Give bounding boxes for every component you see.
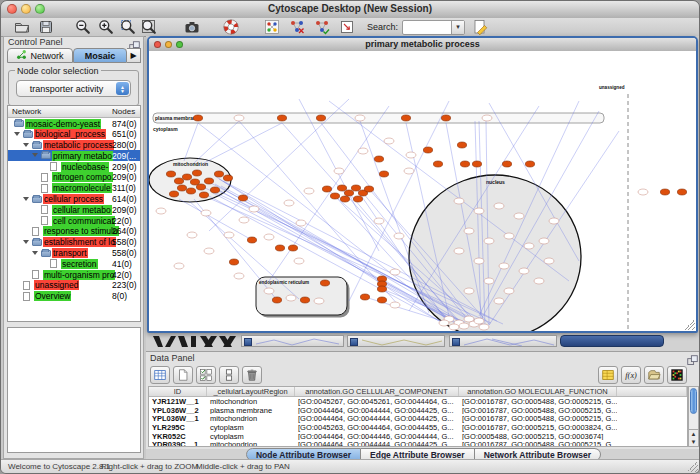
save-session-icon[interactable] bbox=[37, 19, 54, 36]
zoom-out-icon[interactable] bbox=[74, 19, 91, 36]
window-titlebar[interactable]: Cytoscape Desktop (New Session) bbox=[1, 1, 699, 19]
tree-row-response-to-stimulu[interactable]: response to stimulu264(0) bbox=[8, 226, 140, 237]
table-row[interactable]: YPL036W__2plasma membrane[GO:0044464, GO… bbox=[149, 406, 687, 415]
snapshot-camera-icon[interactable] bbox=[183, 19, 200, 36]
tab-network[interactable]: Network bbox=[7, 48, 73, 63]
tree-row-nucleobase-[interactable]: nucleobase-209(0) bbox=[8, 161, 140, 172]
zoom-in-icon[interactable] bbox=[97, 19, 114, 36]
main-toolbar: Search: ▾ bbox=[1, 18, 699, 37]
select-attributes-icon[interactable] bbox=[150, 366, 170, 384]
tree-row-biological-process[interactable]: biological_process651(0) bbox=[8, 129, 140, 140]
vizmapper-icon[interactable] bbox=[263, 19, 280, 36]
expand-arrow-icon[interactable] bbox=[23, 240, 29, 244]
tree-row-primary-metabo[interactable]: primary metabo209(... bbox=[8, 150, 140, 161]
expand-arrow-icon[interactable] bbox=[32, 153, 38, 157]
float-panel-icon[interactable] bbox=[687, 352, 698, 370]
minimized-view-fragment[interactable] bbox=[449, 335, 557, 347]
tree-row-nitrogen-compo[interactable]: nitrogen compo209(0) bbox=[8, 172, 140, 183]
network-nodes-unselected bbox=[156, 115, 648, 330]
open-attribute-file-icon[interactable] bbox=[644, 366, 664, 384]
tree-row-node-count: 209(0) bbox=[112, 172, 137, 182]
tab-overflow-arrow-icon[interactable]: ▶ bbox=[127, 48, 141, 63]
mini-window-icon bbox=[350, 338, 358, 346]
network-graph[interactable]: plasma membranecytoplasmmitochondrionnuc… bbox=[149, 51, 696, 331]
column-header[interactable]: annotation.GO CELLULAR_COMPONENT bbox=[295, 387, 459, 396]
table-row[interactable]: YPL036W__1mitochondrion[GO:0044464, GO:0… bbox=[149, 414, 687, 423]
background-window-edge[interactable] bbox=[560, 335, 664, 347]
table-row[interactable]: YDR039C__1mitochondrion[GO:0044464, GO:0… bbox=[149, 440, 687, 447]
cytoplasm-label: cytoplasm bbox=[153, 126, 178, 132]
search-input[interactable] bbox=[403, 22, 451, 33]
expand-arrow-icon[interactable] bbox=[23, 197, 29, 201]
zoom-selected-region-icon[interactable] bbox=[119, 19, 136, 36]
heatmap-view-icon[interactable] bbox=[667, 366, 687, 384]
tree-row-metabolic-process[interactable]: metabolic process280(0) bbox=[8, 140, 140, 151]
search-dropdown-arrow-icon[interactable]: ▾ bbox=[451, 21, 464, 34]
table-cell: YLR295C bbox=[149, 423, 207, 432]
view-window-titlebar[interactable]: primary metabolic process bbox=[149, 38, 696, 52]
create-attribute-icon[interactable] bbox=[173, 366, 193, 384]
network-canvas[interactable]: plasma membranecytoplasmmitochondrionnuc… bbox=[149, 51, 696, 331]
unhide-nodes-icon[interactable] bbox=[313, 19, 330, 36]
mini-window-icon bbox=[244, 338, 252, 346]
tree-row-cellular-metabo[interactable]: cellular metabo209(0) bbox=[8, 204, 140, 215]
column-header[interactable]: annotation.GO MOLECULAR_FUNCTION bbox=[459, 387, 617, 396]
data-panel-toolbar-right: f(x) bbox=[598, 364, 687, 385]
page-icon bbox=[41, 205, 48, 214]
background-windows-strip bbox=[146, 334, 700, 349]
attribute-table-body: YJR121W__1mitochondrion[GO:0045267, GO:0… bbox=[149, 397, 687, 447]
table-row[interactable]: YJR121W__1mitochondrion[GO:0045267, GO:0… bbox=[149, 397, 687, 406]
expand-arrow-icon[interactable] bbox=[23, 143, 29, 147]
tree-row-multi-organism-pro[interactable]: multi-organism pro42(0) bbox=[8, 269, 140, 280]
tree-row-macromolecule[interactable]: macromolecule311(0) bbox=[8, 183, 140, 194]
attribute-pair-icon[interactable] bbox=[219, 366, 239, 384]
table-cell: YJR121W__1 bbox=[149, 397, 207, 406]
scrollbar-thumb[interactable] bbox=[690, 388, 697, 414]
column-header[interactable]: ID bbox=[149, 387, 207, 396]
minimized-view-fragment[interactable] bbox=[347, 335, 445, 347]
formula-builder-icon[interactable]: f(x) bbox=[621, 366, 641, 384]
tree-row-secretion[interactable]: secretion41(0) bbox=[8, 258, 140, 269]
table-row[interactable]: YLR295Ccytoplasm[GO:0045263, GO:0044464,… bbox=[149, 423, 687, 432]
dropdown-stepper-icon: ▲▼ bbox=[116, 82, 129, 95]
minimized-view-fragment[interactable] bbox=[241, 335, 344, 347]
open-session-icon[interactable] bbox=[13, 19, 30, 36]
folder-icon bbox=[23, 131, 33, 138]
tree-row-unassigned[interactable]: unassigned223(0) bbox=[8, 280, 140, 291]
annotation-icon[interactable] bbox=[338, 19, 355, 36]
folder-icon bbox=[32, 239, 42, 246]
edit-search-options-icon[interactable] bbox=[471, 19, 488, 36]
tree-row-cellular-process[interactable]: cellular process614(0) bbox=[8, 194, 140, 205]
table-cell: [GO:0016787, GO:0005488, GO:0005215, G..… bbox=[459, 397, 617, 406]
tab-mosaic[interactable]: Mosaic bbox=[73, 48, 127, 63]
expand-arrow-icon[interactable] bbox=[14, 132, 20, 136]
zoom-fit-icon[interactable] bbox=[140, 19, 157, 36]
tree-row-cell-communicat[interactable]: cell communicat22(0) bbox=[8, 215, 140, 226]
delete-attribute-icon[interactable] bbox=[242, 366, 262, 384]
tree-row-node-count: 264(0) bbox=[112, 226, 137, 236]
node-color-dropdown-value: transporter activity bbox=[17, 84, 116, 94]
node-color-dropdown[interactable]: transporter activity ▲▼ bbox=[16, 80, 131, 97]
view-resize-grip[interactable] bbox=[685, 320, 695, 330]
tree-row-transport[interactable]: transport558(0) bbox=[8, 248, 140, 259]
window-title: Cytoscape Desktop (New Session) bbox=[1, 3, 699, 14]
scrollbar-arrows[interactable]: ▲▼ bbox=[689, 429, 698, 446]
column-header[interactable]: _cellularLayoutRegion bbox=[207, 387, 295, 396]
hide-selected-icon[interactable] bbox=[288, 19, 305, 36]
table-scrollbar[interactable]: ▲▼ bbox=[688, 386, 699, 447]
table-cell: [GO:0016787, GO:0005488, GO:0005215, G..… bbox=[459, 414, 617, 423]
tree-row-establishment-of-lo[interactable]: establishment of lo558(0) bbox=[8, 237, 140, 248]
help-lifesaver-icon[interactable] bbox=[222, 19, 239, 36]
window-resize-grip[interactable] bbox=[688, 462, 698, 472]
tree-row-overview[interactable]: Overview8(0) bbox=[8, 291, 140, 302]
tree-row-mosaic-demo-yeast[interactable]: mosaic-demo-yeast874(0) bbox=[8, 118, 140, 129]
network-tab-icon bbox=[16, 49, 27, 62]
table-row[interactable]: YKR052Ccytoplasm[GO:0044464, GO:0044446,… bbox=[149, 432, 687, 441]
table-cell: [GO:0044464, GO:0044446, GO:0044444, G..… bbox=[295, 432, 459, 441]
import-attributes-icon[interactable] bbox=[598, 366, 618, 384]
expand-arrow-icon[interactable] bbox=[32, 251, 38, 255]
tree-row-node-count: 614(0) bbox=[112, 194, 137, 204]
batch-attributes-icon[interactable] bbox=[196, 366, 216, 384]
network-view-window[interactable]: primary metabolic process plasma membran… bbox=[147, 36, 698, 333]
control-panel: Control Panel Network Mosaic ▶ Node colo… bbox=[3, 36, 144, 459]
